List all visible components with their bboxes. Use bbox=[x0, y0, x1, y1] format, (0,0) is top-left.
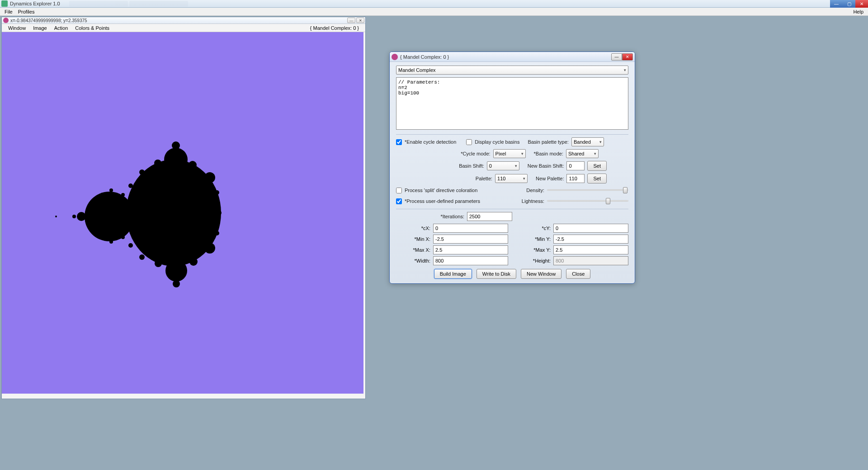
new-palette-label: New Palette: bbox=[536, 176, 564, 181]
height-input[interactable] bbox=[553, 256, 628, 265]
svg-point-6 bbox=[77, 212, 86, 221]
lightness-label: Lightness: bbox=[522, 198, 544, 204]
fractal-window-titlebar[interactable]: x=-0.9843749999999998; y=2.359375 — ✕ bbox=[2, 17, 365, 24]
svg-point-14 bbox=[154, 160, 161, 167]
set-basin-shift-button[interactable]: Set bbox=[587, 161, 607, 171]
parameters-textarea[interactable]: // Parameters: n=2 big=100 bbox=[396, 77, 628, 130]
basin-palette-select[interactable]: Banded bbox=[571, 137, 604, 146]
svg-point-22 bbox=[99, 193, 104, 198]
svg-point-15 bbox=[155, 260, 162, 267]
display-cycle-label: Display cycle basins bbox=[475, 139, 519, 145]
iterations-label: *Iterations: bbox=[419, 214, 464, 219]
basin-mode-select[interactable]: Shared bbox=[566, 149, 599, 158]
main-menubar: File Profiles Help bbox=[0, 8, 868, 16]
new-basin-shift-label: New Basin Shift: bbox=[528, 163, 564, 169]
cursor-coords: x=-0.9843749999999998; y=2.359375 bbox=[10, 18, 87, 23]
palette-select[interactable]: 110 bbox=[495, 174, 528, 183]
svg-point-19 bbox=[128, 243, 133, 248]
basin-shift-select[interactable]: 0 bbox=[487, 161, 519, 170]
user-params-checkbox[interactable] bbox=[396, 198, 402, 204]
menu-action[interactable]: Action bbox=[51, 25, 72, 31]
cycle-mode-select[interactable]: Pixel bbox=[493, 149, 526, 158]
cx-label: *cX: bbox=[396, 226, 430, 231]
set-palette-button[interactable]: Set bbox=[587, 174, 607, 183]
enable-cycle-checkbox[interactable] bbox=[396, 139, 402, 145]
close-button[interactable]: Close bbox=[566, 269, 590, 279]
write-to-disk-button[interactable]: Write to Disk bbox=[476, 269, 516, 279]
svg-point-3 bbox=[165, 260, 187, 282]
dialog-minimize-button[interactable]: — bbox=[611, 53, 622, 61]
fractal-name-label: { Mandel Complex: 0 } bbox=[307, 25, 363, 31]
basin-mode-label: *Basin mode: bbox=[534, 151, 563, 156]
cx-input[interactable] bbox=[433, 224, 508, 233]
system-select[interactable]: Mandel Complex bbox=[396, 66, 628, 75]
svg-point-7 bbox=[72, 215, 76, 218]
svg-point-9 bbox=[204, 172, 215, 183]
maxy-input[interactable] bbox=[553, 245, 628, 254]
app-icon bbox=[1, 0, 8, 7]
window-close-button[interactable]: ✕ bbox=[855, 0, 868, 8]
cycle-mode-label: *Cycle mode: bbox=[461, 151, 490, 156]
split-directive-label: Process 'split' directive coloration bbox=[405, 188, 477, 193]
maxx-label: *Max X: bbox=[396, 247, 430, 253]
app-titlebar: Dynamics Explorer 1.0 — ▢ ✕ bbox=[0, 0, 868, 8]
svg-point-27 bbox=[91, 228, 94, 230]
fractal-menubar: Window Image Action Colors & Points { Ma… bbox=[2, 24, 365, 32]
window-minimize-button[interactable]: — bbox=[830, 0, 843, 8]
svg-point-24 bbox=[109, 188, 113, 192]
density-label: Density: bbox=[526, 188, 544, 193]
density-slider[interactable] bbox=[547, 186, 628, 194]
width-input[interactable] bbox=[433, 256, 508, 265]
menu-file[interactable]: File bbox=[2, 9, 15, 14]
lightness-slider[interactable] bbox=[547, 197, 628, 205]
menu-colors-points[interactable]: Colors & Points bbox=[71, 25, 113, 31]
svg-point-5 bbox=[173, 280, 180, 287]
subwin-minimize-button[interactable]: — bbox=[347, 18, 355, 23]
svg-point-11 bbox=[216, 210, 222, 216]
cy-input[interactable] bbox=[553, 224, 628, 233]
svg-point-16 bbox=[139, 169, 145, 175]
build-image-button[interactable]: Build Image bbox=[434, 269, 472, 279]
new-basin-shift-input[interactable] bbox=[566, 161, 585, 170]
miny-input[interactable] bbox=[553, 235, 628, 244]
menu-image[interactable]: Image bbox=[29, 25, 51, 31]
window-maximize-button[interactable]: ▢ bbox=[843, 0, 855, 8]
svg-point-10 bbox=[204, 243, 215, 254]
svg-point-23 bbox=[99, 235, 104, 240]
new-window-button[interactable]: New Window bbox=[521, 269, 561, 279]
maxx-input[interactable] bbox=[433, 245, 508, 254]
new-palette-input[interactable] bbox=[566, 174, 585, 183]
subwin-close-button[interactable]: ✕ bbox=[356, 18, 364, 23]
miny-label: *Min Y: bbox=[516, 236, 551, 242]
svg-point-4 bbox=[172, 141, 180, 150]
app-title: Dynamics Explorer 1.0 bbox=[10, 1, 60, 6]
dialog-titlebar[interactable]: { Mandel Complex: 0 } — ✕ bbox=[390, 52, 635, 62]
minx-label: *Min X: bbox=[396, 236, 430, 242]
java-icon bbox=[3, 18, 9, 23]
iterations-input[interactable] bbox=[467, 212, 512, 221]
java-icon bbox=[392, 54, 398, 60]
svg-point-17 bbox=[139, 254, 145, 260]
basin-palette-label: Basin palette type: bbox=[528, 139, 569, 145]
maxy-label: *Max Y: bbox=[516, 247, 551, 253]
split-directive-checkbox[interactable] bbox=[396, 188, 402, 193]
display-cycle-basins-checkbox[interactable] bbox=[466, 139, 472, 145]
fractal-canvas[interactable] bbox=[2, 32, 363, 394]
user-params-label: *Process user-defined parameters bbox=[405, 198, 480, 204]
svg-point-20 bbox=[121, 193, 125, 197]
fractal-window: x=-0.9843749999999998; y=2.359375 — ✕ Wi… bbox=[1, 17, 366, 399]
svg-point-21 bbox=[121, 235, 125, 239]
menu-window[interactable]: Window bbox=[5, 25, 29, 31]
mandelbrot-icon bbox=[2, 32, 363, 394]
menu-profiles[interactable]: Profiles bbox=[15, 9, 38, 14]
svg-point-18 bbox=[128, 183, 133, 188]
svg-point-1 bbox=[85, 192, 134, 241]
system-select-value: Mandel Complex bbox=[398, 67, 436, 73]
svg-point-29 bbox=[215, 231, 219, 235]
palette-label: Palette: bbox=[476, 176, 492, 181]
minx-input[interactable] bbox=[433, 235, 508, 244]
dialog-close-button[interactable]: ✕ bbox=[622, 53, 633, 61]
enable-cycle-label: *Enable cycle detection bbox=[405, 139, 456, 145]
menu-help[interactable]: Help bbox=[850, 9, 866, 14]
svg-point-8 bbox=[55, 216, 57, 217]
